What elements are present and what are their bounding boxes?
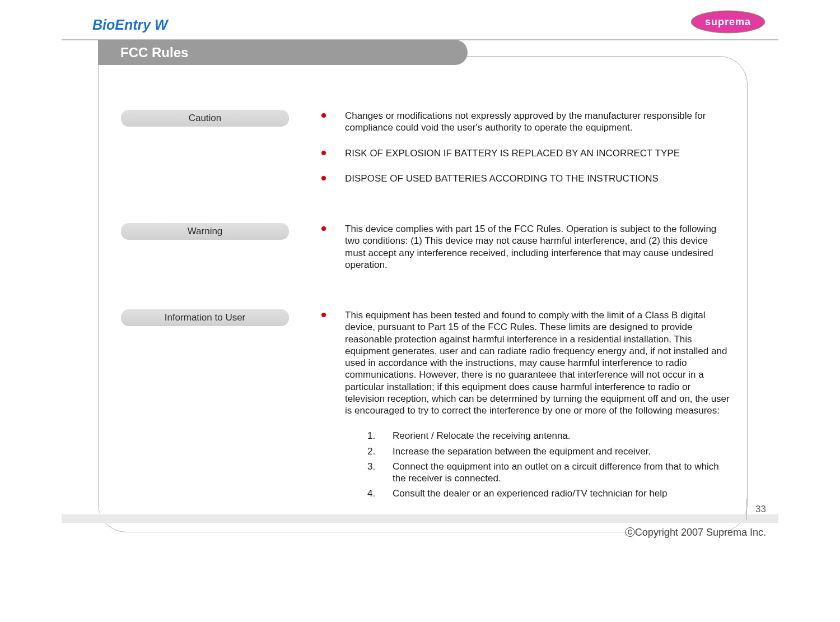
svg-text:suprema: suprema: [705, 16, 751, 27]
info-step: Increase the separation between the equi…: [362, 445, 730, 457]
info-row: Information to User This equipment has b…: [121, 309, 730, 513]
info-step: Connect the equipment into an outlet on …: [362, 461, 730, 485]
content-frame: FCC Rules Caution Changes or modificatio…: [98, 56, 748, 532]
caution-bullet: DISPOSE OF USED BATTERIES ACCORDING TO T…: [311, 173, 730, 184]
page-header: BioEntry W suprema: [62, 6, 778, 39]
warning-bullet: This device complies with part 15 of the…: [311, 223, 730, 271]
caution-label: Caution: [121, 110, 289, 127]
info-bullet: This equipment has been tested and found…: [311, 309, 730, 500]
caution-content: Changes or modifications not expressly a…: [311, 110, 730, 198]
warning-row: Warning This device complies with part 1…: [121, 223, 730, 284]
section-title-tab: FCC Rules: [98, 40, 468, 65]
footer-bar: [62, 514, 778, 523]
copyright-text: ⓒCopyright 2007 Suprema Inc.: [625, 526, 766, 539]
info-step: Reorient / Relocate the receiving antenn…: [362, 430, 730, 442]
warning-label: Warning: [121, 223, 289, 240]
info-step: Consult the dealer or an experienced rad…: [362, 488, 730, 499]
caution-bullet: Changes or modifications not expressly a…: [311, 110, 730, 134]
info-content: This equipment has been tested and found…: [311, 309, 730, 513]
info-bullet-text: This equipment has been tested and found…: [345, 310, 730, 416]
page-number: 33: [746, 499, 766, 520]
caution-bullet: RISK OF EXPLOSION IF BATTERY IS REPLACED…: [311, 147, 730, 159]
info-label: Information to User: [121, 309, 289, 326]
document-page: BioEntry W suprema FCC Rules Caution Cha…: [62, 6, 778, 544]
body-area: Caution Changes or modifications not exp…: [99, 79, 747, 513]
caution-row: Caution Changes or modifications not exp…: [121, 110, 730, 198]
product-title: BioEntry W: [92, 17, 168, 33]
warning-content: This device complies with part 15 of the…: [311, 223, 730, 284]
brand-logo: suprema: [689, 8, 767, 35]
page-footer: 33 ⓒCopyright 2007 Suprema Inc.: [62, 514, 778, 544]
